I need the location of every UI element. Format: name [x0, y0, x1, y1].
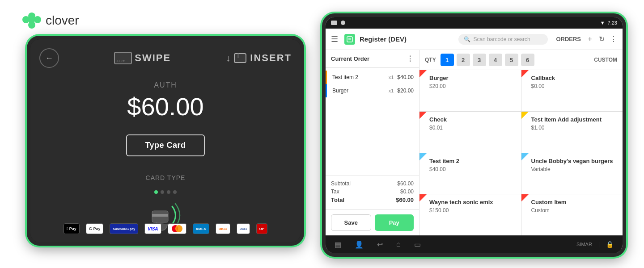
insert-label: INSERT	[250, 52, 292, 64]
total-label: Total	[331, 197, 344, 203]
item-card-6[interactable]: Wayne tech sonic emix $150.00	[419, 194, 521, 235]
subtotal-row: Subtotal $60.00	[331, 180, 414, 187]
tax-row: Tax $0.00	[331, 188, 414, 195]
item-name-2: Check	[425, 116, 516, 123]
order-item-qty-1: x1	[389, 88, 394, 93]
barcode-icon[interactable]: ▤	[335, 240, 341, 249]
payment-icons-bar:  Pay G Pay SAMSUNG pay VISA AMEX DISC J…	[30, 223, 301, 234]
qty-bar: QTY 1 2 3 4 5 6 CUSTOM	[419, 50, 623, 70]
nav-icons: ▤ 👤 ↩ ⌂ ▭	[335, 240, 421, 249]
item-corner-0	[419, 70, 427, 77]
more-options-icon[interactable]: ⋮	[610, 35, 617, 43]
tablet-right: ▼ 7:23 ☰ Register (DEV) 🔍 Scan barcode o…	[322, 13, 626, 257]
status-time: 7:23	[608, 20, 617, 25]
order-item-price-0: $40.00	[397, 74, 414, 80]
total-value: $60.00	[396, 197, 414, 203]
item-corner-7	[521, 194, 529, 201]
order-item-1[interactable]: Burger x1 $20.00	[326, 84, 419, 97]
item-name-3: Test Item Add adjustment	[527, 116, 618, 123]
samsung-pay-icon: SAMSUNG pay	[110, 223, 138, 234]
bottom-nav: ▤ 👤 ↩ ⌂ ▭ SIMAR | 🔒	[326, 235, 623, 253]
item-price-4: $40.00	[425, 166, 516, 172]
search-bar[interactable]: 🔍 Scan barcode or search	[458, 34, 548, 45]
item-card-3[interactable]: Test Item Add adjustment $1.00	[521, 112, 623, 153]
item-price-6: $150.00	[425, 207, 516, 214]
item-price-2: $0.01	[425, 125, 516, 131]
item-card-4[interactable]: Test item 2 $40.00	[419, 153, 521, 194]
swipe-section: SWIPE	[114, 52, 171, 64]
qty-btn-3[interactable]: 3	[473, 54, 486, 66]
status-icon-1	[331, 21, 337, 25]
left-screen: ← SWIPE ↓ INSERT AUTH $60.00 Type Card C…	[30, 39, 301, 242]
order-item-price-1: $20.00	[397, 88, 414, 94]
back-nav-icon[interactable]: ↩	[377, 240, 383, 249]
item-card-1[interactable]: Callback $0.00	[521, 70, 623, 111]
qty-btn-5[interactable]: 5	[505, 54, 518, 66]
item-card-0[interactable]: Burger $20.00	[419, 70, 521, 111]
nfc-dot-4	[173, 190, 177, 194]
main-content: Current Order ⋮ Test item 2 x1 $40.00 Bu…	[326, 50, 623, 235]
qty-btn-1[interactable]: 1	[441, 54, 454, 66]
item-price-5: Variable	[527, 166, 618, 172]
save-button[interactable]: Save	[331, 214, 371, 231]
recent-nav-icon[interactable]: ▭	[414, 240, 421, 249]
register-icon	[344, 34, 355, 45]
svg-rect-8	[152, 214, 168, 217]
qty-btn-4[interactable]: 4	[489, 54, 502, 66]
item-card-2[interactable]: Check $0.01	[419, 112, 521, 153]
nfc-dot-1	[154, 190, 158, 194]
card-type-label: Card Type	[146, 174, 186, 181]
back-button[interactable]: ←	[39, 48, 59, 68]
nfc-dot-2	[161, 190, 164, 194]
jcb-icon: JCB	[237, 223, 250, 234]
order-item-0[interactable]: Test item 2 x1 $40.00	[326, 71, 419, 84]
clover-logo-icon	[22, 13, 41, 29]
orders-label[interactable]: ORDERS	[556, 36, 581, 42]
svg-point-10	[175, 225, 182, 232]
insert-card-icon	[234, 53, 246, 63]
card-swipe-icon	[114, 52, 132, 64]
order-options-icon[interactable]: ⋮	[407, 54, 414, 63]
item-card-7[interactable]: Custom Item Custom	[521, 194, 623, 235]
lock-icon[interactable]: 🔒	[606, 241, 614, 248]
auth-amount: $60.00	[127, 92, 203, 121]
item-corner-2	[419, 112, 427, 119]
swipe-label: SWIPE	[135, 52, 171, 64]
insert-section: ↓ INSERT	[226, 52, 292, 64]
item-corner-4	[419, 153, 427, 160]
visa-icon: VISA	[144, 223, 161, 234]
add-icon[interactable]: ＋	[586, 34, 593, 44]
qty-custom-btn[interactable]: CUSTOM	[594, 57, 617, 63]
status-icon-2	[341, 21, 345, 25]
gpay-icon: G Pay	[86, 223, 104, 234]
pay-button[interactable]: Pay	[375, 214, 414, 231]
qty-btn-2[interactable]: 2	[457, 54, 470, 66]
item-name-0: Burger	[425, 75, 516, 81]
svg-rect-11	[347, 37, 352, 42]
order-header-label: Current Order	[331, 55, 369, 62]
logo-area: clover	[22, 13, 79, 29]
type-card-button[interactable]: Type Card	[126, 134, 204, 156]
hamburger-menu-icon[interactable]: ☰	[331, 34, 338, 44]
mastercard-icon	[168, 223, 186, 234]
discover-icon: DISC	[216, 223, 230, 234]
qty-btn-6[interactable]: 6	[521, 54, 534, 66]
order-item-name-0: Test item 2	[332, 74, 389, 80]
amex-icon: AMEX	[193, 223, 209, 234]
svg-rect-6	[237, 54, 239, 58]
tax-label: Tax	[331, 188, 339, 195]
order-actions: Save Pay	[326, 209, 419, 235]
home-nav-icon[interactable]: ⌂	[396, 240, 401, 248]
item-card-5[interactable]: Uncle Bobby's vegan burgers Variable	[521, 153, 623, 194]
nav-right: SIMAR | 🔒	[576, 241, 614, 248]
order-header: Current Order ⋮	[326, 50, 419, 68]
refresh-icon[interactable]: ↻	[599, 35, 605, 43]
auth-label: AUTH	[154, 81, 177, 89]
nfc-dot-3	[167, 190, 170, 194]
svg-rect-5	[234, 54, 246, 63]
app-header: ☰ Register (DEV) 🔍 Scan barcode or searc…	[326, 29, 623, 50]
item-corner-6	[419, 194, 427, 201]
wifi-icon: ▼	[600, 20, 605, 25]
profile-icon[interactable]: 👤	[355, 240, 364, 249]
app-title: Register (DEV)	[360, 35, 454, 43]
